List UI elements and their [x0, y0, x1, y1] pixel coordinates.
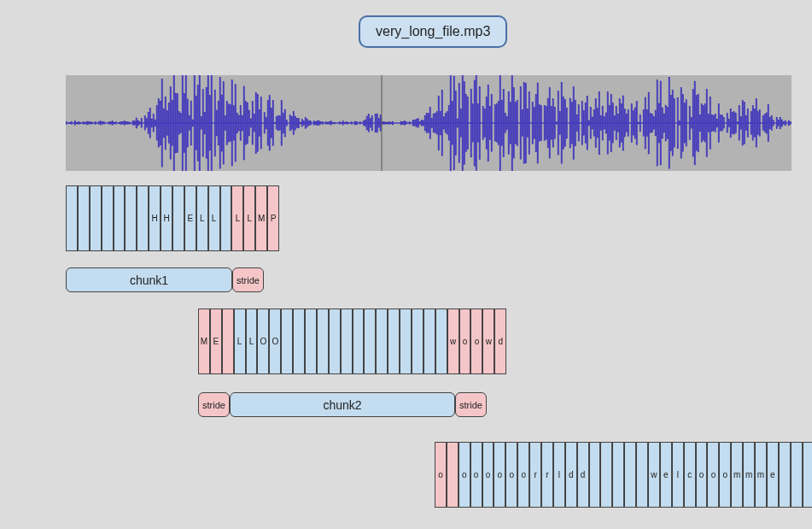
token-cell [612, 442, 624, 508]
svg-rect-90 [237, 113, 238, 133]
svg-rect-207 [465, 94, 467, 152]
svg-rect-51 [168, 103, 170, 143]
token-cell: w [648, 442, 660, 508]
svg-rect-151 [354, 121, 356, 125]
token-cell [78, 185, 90, 251]
token-cell: L [246, 309, 258, 374]
svg-rect-187 [431, 118, 433, 128]
svg-rect-177 [414, 120, 416, 126]
svg-rect-45 [158, 99, 160, 148]
svg-rect-224 [499, 75, 501, 171]
svg-rect-133 [315, 121, 317, 125]
svg-rect-280 [604, 117, 605, 130]
filename-badge: very_long_file.mp3 [359, 15, 507, 48]
svg-rect-58 [180, 114, 182, 133]
svg-rect-302 [645, 97, 646, 149]
token-cell: o [517, 442, 529, 508]
svg-rect-356 [742, 101, 744, 145]
token-cell: L [231, 185, 243, 251]
svg-rect-306 [651, 114, 653, 132]
svg-rect-180 [419, 121, 421, 124]
svg-rect-308 [655, 110, 657, 136]
svg-rect-50 [166, 110, 168, 135]
svg-rect-12 [90, 122, 91, 124]
svg-rect-213 [477, 104, 479, 143]
svg-rect-285 [612, 103, 614, 143]
svg-rect-347 [727, 114, 728, 132]
svg-rect-322 [681, 88, 682, 159]
svg-rect-247 [544, 105, 546, 140]
svg-rect-79 [218, 101, 219, 145]
svg-rect-145 [341, 122, 342, 124]
svg-rect-146 [342, 121, 344, 126]
token-cell [329, 309, 341, 374]
svg-rect-168 [388, 121, 390, 125]
svg-rect-64 [190, 101, 192, 145]
svg-rect-303 [646, 109, 648, 137]
svg-rect-336 [706, 89, 708, 156]
svg-rect-89 [235, 85, 237, 162]
svg-rect-195 [445, 114, 447, 133]
svg-rect-300 [640, 115, 641, 132]
svg-rect-301 [643, 110, 645, 137]
svg-rect-363 [756, 99, 757, 148]
svg-rect-232 [513, 88, 515, 158]
svg-rect-221 [494, 105, 496, 141]
chunk2-label-row: stridechunk2stride [198, 392, 487, 417]
svg-rect-38 [146, 119, 148, 127]
svg-rect-316 [669, 77, 670, 168]
svg-rect-11 [88, 122, 90, 125]
token-cell [305, 309, 317, 374]
svg-rect-219 [489, 106, 491, 139]
svg-rect-112 [276, 117, 277, 130]
svg-rect-139 [327, 122, 329, 124]
token-cell: O [257, 309, 269, 374]
svg-rect-361 [752, 106, 754, 141]
svg-rect-23 [115, 122, 117, 125]
svg-rect-371 [771, 115, 773, 131]
svg-rect-140 [329, 121, 330, 124]
svg-rect-76 [211, 75, 213, 171]
svg-rect-209 [470, 89, 472, 157]
svg-rect-199 [452, 102, 453, 145]
svg-rect-106 [266, 117, 267, 129]
svg-rect-175 [409, 122, 411, 125]
svg-rect-33 [136, 118, 137, 128]
svg-rect-74 [207, 75, 209, 171]
svg-rect-35 [139, 121, 141, 124]
svg-rect-56 [177, 93, 178, 152]
svg-rect-92 [240, 105, 242, 140]
token-cell [172, 185, 184, 251]
svg-rect-185 [428, 114, 429, 132]
svg-rect-357 [744, 102, 745, 144]
svg-rect-338 [710, 97, 711, 149]
svg-rect-191 [438, 96, 440, 150]
svg-rect-81 [221, 95, 223, 151]
svg-rect-223 [498, 101, 499, 145]
svg-rect-93 [242, 115, 243, 131]
svg-rect-99 [252, 102, 254, 144]
svg-rect-126 [301, 120, 303, 126]
svg-rect-156 [366, 116, 368, 130]
svg-rect-236 [522, 109, 523, 136]
svg-rect-375 [780, 117, 781, 129]
svg-rect-135 [318, 120, 320, 125]
svg-rect-216 [484, 109, 486, 137]
svg-rect-49 [165, 97, 166, 150]
svg-rect-127 [303, 120, 305, 125]
svg-rect-194 [443, 117, 445, 130]
svg-rect-317 [670, 95, 672, 150]
svg-rect-208 [467, 97, 469, 150]
svg-rect-292 [624, 109, 626, 137]
token-cell [388, 309, 400, 374]
svg-rect-281 [605, 113, 607, 133]
svg-rect-162 [378, 119, 380, 128]
svg-rect-7 [79, 122, 81, 124]
svg-rect-197 [448, 106, 450, 141]
svg-rect-100 [254, 114, 255, 132]
svg-rect-218 [488, 85, 489, 162]
svg-rect-349 [730, 109, 732, 138]
token-cell [102, 185, 114, 251]
token-cell: L [208, 185, 220, 251]
svg-rect-365 [759, 110, 761, 137]
